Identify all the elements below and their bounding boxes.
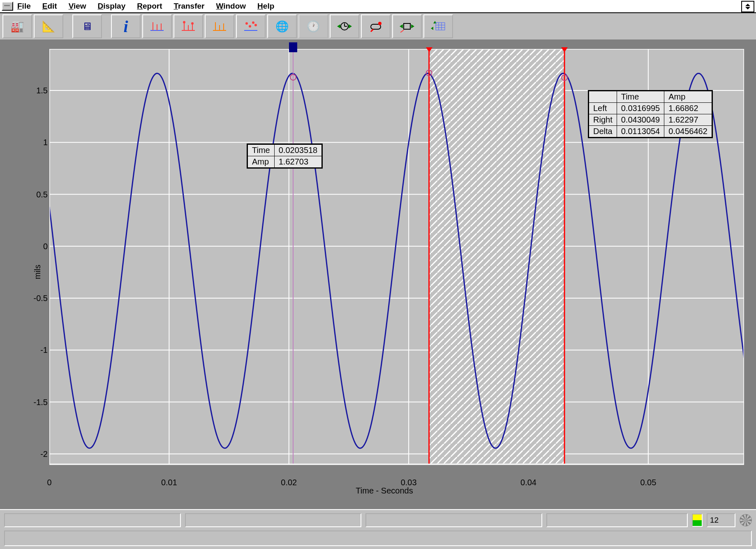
selection-readout: TimeAmp Left0.03169951.66862 Right0.0430…: [588, 90, 713, 138]
clock-faded-icon[interactable]: 🕐: [298, 14, 328, 38]
arrows-clock-icon[interactable]: [330, 14, 359, 38]
svg-point-25: [378, 22, 381, 25]
markers-orange-icon[interactable]: [205, 14, 234, 38]
arrows-grid-icon[interactable]: [423, 14, 453, 38]
selection-left-handle-icon[interactable]: [426, 47, 432, 52]
indicator-icon: [692, 514, 703, 527]
svg-point-9: [191, 22, 194, 25]
menu-transfer[interactable]: Transfer: [173, 2, 204, 11]
menu-file[interactable]: File: [17, 2, 31, 11]
status-message-bar: [4, 530, 752, 546]
status-value: 12: [707, 513, 735, 527]
status-cell-3: [365, 513, 542, 527]
status-cell-4: [546, 513, 688, 527]
status-cell-2: [185, 513, 362, 527]
menu-view[interactable]: View: [69, 2, 86, 11]
selection-right-handle-icon[interactable]: [561, 47, 568, 52]
y-tick-label: 0.5: [28, 190, 48, 199]
svg-point-18: [254, 24, 257, 26]
y-tick-label: 0: [28, 242, 48, 251]
status-cell-1: [4, 513, 181, 527]
menu-edit[interactable]: Edit: [42, 2, 57, 11]
x-axis-label: Time - Seconds: [25, 486, 744, 496]
y-axis-label: mils: [33, 264, 42, 279]
markers-scatter-icon[interactable]: [236, 14, 266, 38]
svg-marker-31: [431, 27, 433, 30]
y-tick-label: -2: [28, 449, 48, 459]
factory-icon[interactable]: 🏭: [2, 14, 32, 38]
svg-marker-32: [433, 21, 437, 23]
svg-rect-24: [371, 24, 381, 29]
svg-rect-29: [404, 23, 410, 29]
busy-icon: [740, 514, 752, 526]
cursor-handle[interactable]: [289, 42, 297, 52]
menu-window[interactable]: Window: [216, 2, 246, 11]
y-tick-label: 1: [28, 138, 48, 147]
svg-rect-33: [436, 23, 445, 30]
svg-marker-28: [411, 24, 414, 28]
selection-region[interactable]: [429, 49, 564, 464]
svg-point-8: [183, 21, 185, 23]
single-cursor-readout: Time0.0203518 Amp1.62703: [247, 144, 323, 169]
svg-point-17: [252, 21, 254, 24]
markers-red-icon[interactable]: [173, 14, 203, 38]
system-menu-icon[interactable]: [2, 2, 13, 11]
y-tick-label: -1.5: [28, 398, 48, 407]
y-tick-label: -1: [28, 345, 48, 355]
plot-container: mils -2-1.5-1-0.500.511.5 00.010.020.030…: [25, 49, 744, 497]
arrows-box-icon[interactable]: [392, 14, 422, 38]
svg-point-16: [249, 25, 251, 28]
svg-marker-20: [349, 24, 352, 28]
y-tick-label: 1.5: [28, 86, 48, 95]
bridge-icon[interactable]: 📐: [34, 14, 63, 38]
computer-icon[interactable]: 🖥: [72, 14, 102, 38]
svg-marker-27: [400, 24, 403, 28]
svg-line-30: [400, 30, 404, 32]
workspace: mils -2-1.5-1-0.500.511.5 00.010.020.030…: [0, 40, 756, 510]
window-resize-icon[interactable]: [741, 1, 754, 12]
svg-point-15: [245, 22, 248, 25]
menu-display[interactable]: Display: [98, 2, 126, 11]
svg-marker-19: [337, 24, 340, 28]
menu-bar: File Edit View Display Report Transfer W…: [0, 0, 756, 13]
svg-line-26: [371, 29, 373, 32]
info-icon[interactable]: i: [111, 14, 141, 38]
toolbar: 🏭 📐 🖥 i 🌐 🕐: [0, 13, 756, 40]
status-bar: 12: [0, 509, 756, 549]
menu-help[interactable]: Help: [257, 2, 274, 11]
markers-blue-icon[interactable]: [142, 14, 172, 38]
tool-red-icon[interactable]: [361, 14, 391, 38]
y-tick-label: -0.5: [28, 294, 48, 303]
menu-report[interactable]: Report: [137, 2, 162, 11]
globe-clock-icon[interactable]: 🌐: [267, 14, 297, 38]
